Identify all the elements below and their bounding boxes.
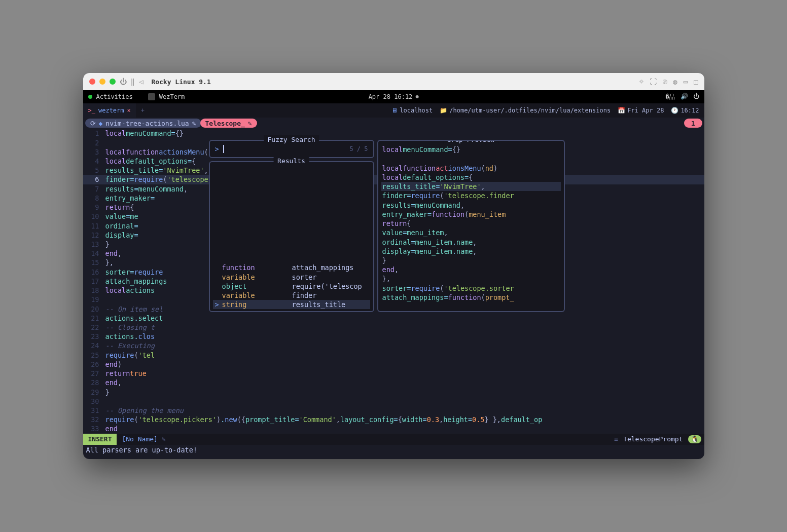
- tab-close-icon[interactable]: ×: [127, 107, 131, 114]
- wezterm-app-icon: [148, 93, 155, 100]
- results-title: Results: [273, 157, 309, 166]
- filetype-label: TelescopePrompt: [623, 435, 683, 443]
- new-tab-button[interactable]: +: [136, 107, 150, 114]
- clock-label[interactable]: Apr 28 16:12: [369, 93, 413, 100]
- nvim-message: All parsers are up-to-date!: [83, 445, 704, 459]
- calendar-icon: 📅: [618, 107, 625, 114]
- mode-indicator: INSERT: [83, 434, 117, 445]
- host-icon: 🖥: [391, 107, 398, 114]
- pause-icon[interactable]: ‖: [131, 78, 135, 86]
- results-count: 5 / 5: [349, 145, 368, 153]
- power-menu-icon[interactable]: ⏻: [693, 93, 699, 101]
- telescope-popup: Fuzzy Search > 5 / 5 Results functionatt…: [209, 140, 565, 312]
- sync-icon: ⟳: [90, 120, 96, 127]
- activities-button[interactable]: Activities: [96, 93, 133, 100]
- preview-title: Grep Preview: [443, 140, 499, 144]
- selection-caret-icon: >: [215, 300, 222, 309]
- telescope-pill: Telescope_ ✎: [200, 119, 257, 128]
- terminal-tab[interactable]: >_ wezterm ×: [83, 103, 136, 118]
- minimize-window-button[interactable]: [99, 79, 105, 85]
- time-label: 16:12: [681, 107, 699, 114]
- host-titlebar-right: ☼ ⛶ ⎚ ◍ ▭ ◫: [639, 78, 698, 86]
- traffic-lights: [89, 79, 116, 85]
- buffer-filename: nvim-tree-actions.lua: [105, 120, 189, 127]
- telescope-title: Telescope_: [205, 120, 245, 127]
- activities-dot-icon: [88, 95, 92, 99]
- maximize-window-button[interactable]: [110, 79, 116, 85]
- folder-path-icon: 📁: [440, 107, 447, 114]
- clock-icon: 🕐: [671, 107, 678, 114]
- tab-label: wezterm: [98, 107, 124, 114]
- modified-icon: ✎: [162, 435, 166, 443]
- close-window-button[interactable]: [89, 79, 95, 85]
- buffer-name: [No Name] ✎: [117, 435, 170, 443]
- result-row[interactable]: variablefinder: [213, 291, 370, 300]
- cwd-label: /home/utm-user/.dotfiles/nvim/lua/extens…: [449, 107, 611, 114]
- results-list: functionattach_mappings variablesorter o…: [213, 263, 370, 309]
- nvim-statusline: INSERT [No Name] ✎ ≡ TelescopePrompt 🐧: [83, 434, 704, 445]
- globe-icon[interactable]: ◍: [673, 78, 677, 86]
- power-icon[interactable]: ⏻: [120, 78, 127, 86]
- vm-window: ⏻ ‖ ◁ Rocky Linux 9.1 ☼ ⛶ ⎚ ◍ ▭ ◫ Activi…: [83, 73, 704, 459]
- result-row-selected[interactable]: >stringresults_title: [213, 300, 370, 309]
- nvim-winbar: ⟳ ◆ nvim-tree-actions.lua ✎ Telescope_ ✎…: [83, 118, 704, 129]
- editor-viewport[interactable]: 1local menuCommand = {} 2 3local functio…: [83, 129, 704, 433]
- current-app-label[interactable]: WezTerm: [159, 93, 185, 100]
- search-cursor[interactable]: [223, 145, 224, 153]
- date-label: Fri Apr 28: [627, 107, 664, 114]
- search-title: Fuzzy Search: [264, 135, 319, 144]
- folder-icon[interactable]: ▭: [684, 78, 688, 86]
- host-label: localhost: [400, 107, 433, 114]
- host-titlebar: ⏻ ‖ ◁ Rocky Linux 9.1 ☼ ⛶ ⎚ ◍ ▭ ◫: [83, 73, 704, 90]
- telescope-search-panel: Fuzzy Search > 5 / 5: [209, 140, 374, 158]
- linux-icon: 🐧: [688, 435, 701, 443]
- search-prompt-icon: >: [215, 144, 219, 154]
- diagnostic-count: 1: [684, 119, 702, 128]
- lua-file-icon: ◆: [99, 120, 103, 127]
- result-row[interactable]: functionattach_mappings: [213, 263, 370, 272]
- telescope-results-panel: Results functionattach_mappings variable…: [209, 161, 374, 312]
- telescope-preview-panel: Grep Preview local menuCommand = {} loca…: [377, 140, 565, 312]
- edit-icon: ✎: [248, 120, 252, 127]
- result-row[interactable]: variablesorter: [213, 273, 370, 282]
- vm-name-label: Rocky Linux 9.1: [151, 78, 210, 86]
- display-icon[interactable]: ☼: [639, 78, 643, 86]
- result-row[interactable]: objectrequire('telescop: [213, 282, 370, 291]
- buffer-pill[interactable]: ⟳ ◆ nvim-tree-actions.lua ✎: [85, 119, 201, 128]
- resize-icon[interactable]: ⛶: [650, 78, 657, 86]
- edit-icon: ✎: [192, 120, 196, 127]
- restart-icon[interactable]: ◁: [139, 78, 143, 86]
- network-icon[interactable]: �品: [665, 93, 675, 101]
- gnome-topbar: Activities WezTerm Apr 28 16:12 �品 🔊 ⏻: [83, 90, 704, 103]
- hamburger-icon: ≡: [614, 435, 618, 443]
- drive-icon[interactable]: ⎚: [663, 78, 667, 86]
- notification-dot-icon: [415, 95, 418, 98]
- volume-icon[interactable]: 🔊: [681, 93, 688, 101]
- wezterm-tabbar: >_ wezterm × + 🖥 localhost 📁 /home/utm-u…: [83, 103, 704, 118]
- windows-icon[interactable]: ◫: [694, 78, 698, 86]
